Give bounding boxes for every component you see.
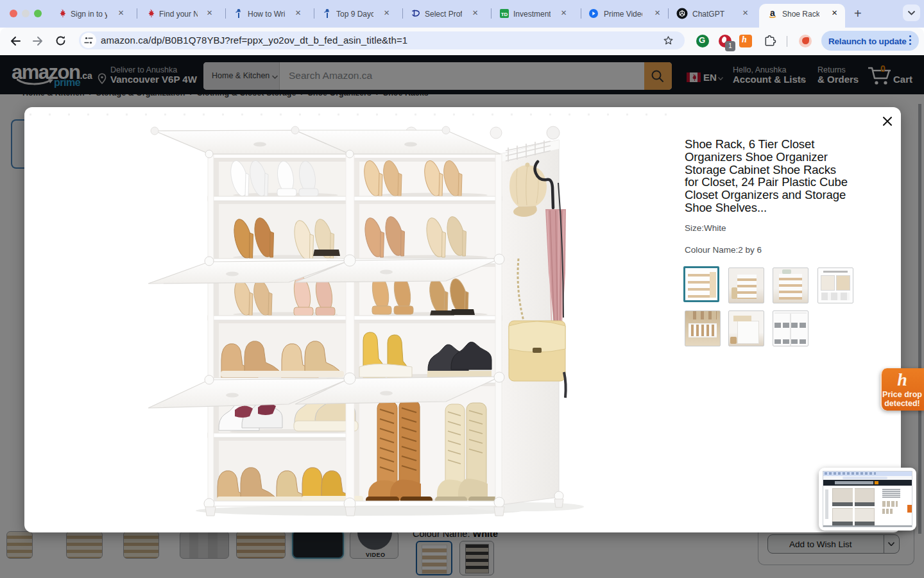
svg-text:TD: TD — [501, 12, 508, 17]
svg-text:a: a — [770, 8, 775, 18]
